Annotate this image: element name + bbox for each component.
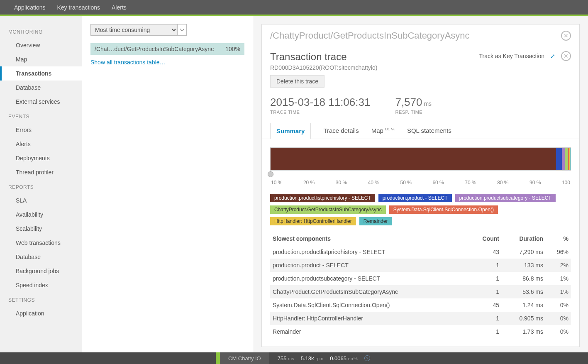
sidebar-item-external-services[interactable]: External services bbox=[0, 95, 82, 109]
sidebar: MONITORINGOverviewMapTransactionsDatabas… bbox=[0, 16, 82, 352]
breadcrumb: /ChattyProduct/GetProductsInSubCategoryA… bbox=[270, 30, 470, 41]
sidebar-item-transactions[interactable]: Transactions bbox=[0, 66, 82, 81]
section-title: EVENTS bbox=[0, 109, 82, 123]
section-title: REPORTS bbox=[0, 179, 82, 193]
sidebar-item-database[interactable]: Database bbox=[0, 81, 82, 95]
tab-map[interactable]: Map BETA bbox=[371, 123, 395, 139]
bar-segment bbox=[562, 148, 565, 170]
sidebar-item-sla[interactable]: SLA bbox=[0, 193, 82, 208]
sidebar-item-availability[interactable]: Availability bbox=[0, 208, 82, 222]
delete-trace-button[interactable]: Delete this trace bbox=[270, 75, 324, 88]
trace-time-value: 2015-03-18 11:06:31 bbox=[270, 96, 370, 109]
sidebar-item-alerts[interactable]: Alerts bbox=[0, 137, 82, 151]
table-row[interactable]: production.productlistpricehistory - SEL… bbox=[270, 245, 571, 259]
bar-segment bbox=[565, 148, 568, 170]
legend-item[interactable]: ChattyProduct.GetProductsInSubCategoryAs… bbox=[270, 205, 386, 214]
trace-tabs: Summary Trace details Map BETA SQL state… bbox=[262, 123, 579, 139]
legend-item[interactable]: Remainder bbox=[359, 217, 392, 225]
nav-alerts[interactable]: Alerts bbox=[106, 4, 132, 11]
bar-segment bbox=[271, 148, 556, 170]
slider-handle-icon[interactable] bbox=[268, 171, 273, 177]
axis-tick: 50 % bbox=[400, 180, 412, 186]
table-row[interactable]: System.Data.SqlClient.SqlConnection.Open… bbox=[270, 298, 571, 312]
sidebar-item-scalability[interactable]: Scalability bbox=[0, 222, 82, 236]
sidebar-item-deployments[interactable]: Deployments bbox=[0, 151, 82, 165]
sidebar-item-database[interactable]: Database bbox=[0, 250, 82, 264]
transaction-pct: 100% bbox=[225, 46, 240, 52]
top-nav: Applications Key transactions Alerts bbox=[0, 0, 588, 15]
axis-tick: 100 bbox=[562, 180, 570, 186]
sidebar-item-application[interactable]: Application bbox=[0, 306, 82, 320]
transaction-row[interactable]: /Chat…duct/GetProductsInSubCategoryAsync… bbox=[90, 43, 244, 55]
axis-tick: 70 % bbox=[465, 180, 476, 186]
bar-segment bbox=[556, 148, 562, 170]
track-key-transaction-link[interactable]: Track as Key Transaction bbox=[479, 53, 544, 59]
sidebar-item-web-transactions[interactable]: Web transactions bbox=[0, 236, 82, 250]
footer-app-name[interactable]: CM Chatty IO bbox=[220, 352, 269, 364]
table-row[interactable]: production.productsubcategory - SELECT18… bbox=[270, 272, 571, 285]
footer-bar: CM Chatty IO 755 ms 5.13k rpm 0.0065 err… bbox=[0, 352, 588, 364]
axis-tick: 20 % bbox=[303, 180, 315, 186]
table-row[interactable]: Remainder11.73 ms0% bbox=[270, 325, 571, 338]
sidebar-item-background-jobs[interactable]: Background jobs bbox=[0, 264, 82, 278]
axis-tick: 40 % bbox=[368, 180, 379, 186]
section-title: MONITORING bbox=[0, 24, 82, 38]
table-row[interactable]: production.product - SELECT1133 ms2% bbox=[270, 259, 571, 272]
detail-panel: /ChattyProduct/GetProductsInSubCategoryA… bbox=[253, 16, 588, 352]
resp-time-value: 7,570 bbox=[395, 96, 422, 108]
sidebar-item-map[interactable]: Map bbox=[0, 52, 82, 66]
sort-select[interactable]: Most time consuming bbox=[90, 24, 178, 36]
info-icon[interactable]: ? bbox=[364, 355, 370, 361]
sidebar-item-errors[interactable]: Errors bbox=[0, 123, 82, 137]
table-row[interactable]: ChattyProduct.GetProductsInSubCategoryAs… bbox=[270, 285, 571, 298]
close-icon[interactable]: ✕ bbox=[561, 31, 571, 41]
nav-key-transactions[interactable]: Key transactions bbox=[51, 4, 106, 11]
chart-legend: production.productlistpricehistory - SEL… bbox=[262, 194, 579, 232]
col-name: Slowest components bbox=[270, 232, 468, 245]
nav-applications[interactable]: Applications bbox=[8, 4, 51, 11]
chevron-down-icon[interactable] bbox=[178, 24, 187, 36]
tab-sql-statements[interactable]: SQL statements bbox=[407, 123, 451, 139]
sidebar-item-overview[interactable]: Overview bbox=[0, 38, 82, 52]
col-duration: Duration bbox=[502, 232, 546, 245]
expand-icon[interactable]: ⤢ bbox=[550, 53, 555, 59]
axis-tick: 60 % bbox=[432, 180, 444, 186]
panel-subtitle: RD000D3A105220(ROOT:sitecmchattyio) bbox=[270, 64, 377, 71]
legend-item[interactable]: production.productsubcategory - SELECT bbox=[455, 194, 556, 202]
axis-tick: 30 % bbox=[336, 180, 347, 186]
resp-time-label: RESP. TIME bbox=[395, 110, 432, 115]
axis-tick: 90 % bbox=[529, 180, 541, 186]
table-row[interactable]: HttpHandler: HttpControllerHandler10.905… bbox=[270, 312, 571, 325]
slowest-components-table: Slowest components Count Duration % prod… bbox=[270, 232, 571, 338]
tab-summary[interactable]: Summary bbox=[270, 123, 311, 139]
legend-item[interactable]: HttpHandler: HttpControllerHandler bbox=[270, 217, 356, 225]
legend-item[interactable]: System.Data.SqlClient.SqlConnection.Open… bbox=[389, 205, 498, 214]
chart-axis: 10 %20 %30 %40 %50 %60 %70 %80 %90 %100 bbox=[270, 180, 571, 186]
resp-time-unit: ms bbox=[424, 100, 432, 107]
legend-item[interactable]: production.productlistpricehistory - SEL… bbox=[270, 194, 375, 202]
legend-item[interactable]: production.product - SELECT bbox=[378, 194, 452, 202]
axis-tick: 80 % bbox=[497, 180, 508, 186]
trace-time-label: TRACE TIME bbox=[270, 110, 370, 115]
trace-stacked-bar bbox=[270, 147, 571, 171]
close-trace-icon[interactable]: ✕ bbox=[561, 51, 571, 61]
panel-title: Transaction trace bbox=[270, 51, 377, 63]
col-count: Count bbox=[468, 232, 502, 245]
bar-segment bbox=[570, 148, 571, 170]
sidebar-item-thread-profiler[interactable]: Thread profiler bbox=[0, 165, 82, 179]
transaction-name: /Chat…duct/GetProductsInSubCategoryAsync bbox=[95, 46, 214, 52]
axis-tick: 10 % bbox=[271, 180, 282, 186]
show-all-link[interactable]: Show all transactions table… bbox=[90, 59, 244, 66]
col-pct: % bbox=[546, 232, 571, 245]
sidebar-item-speed-index[interactable]: Speed index bbox=[0, 278, 82, 292]
tab-trace-details[interactable]: Trace details bbox=[323, 123, 359, 139]
section-title: SETTINGS bbox=[0, 292, 82, 306]
transactions-column: Most time consuming /Chat…duct/GetProduc… bbox=[82, 16, 253, 352]
